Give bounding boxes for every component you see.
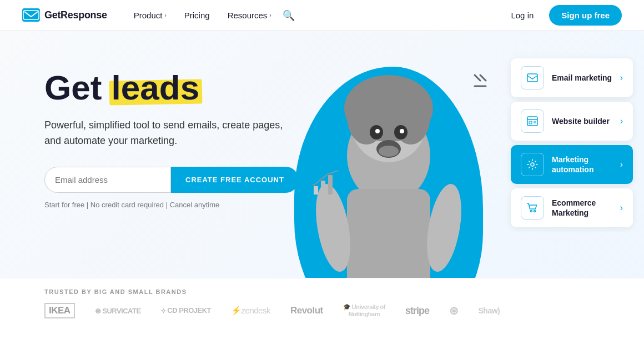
carrefour-logo: ⊛ [449, 304, 459, 317]
signup-button[interactable]: Sign up free [549, 5, 622, 26]
svg-rect-21 [314, 186, 318, 195]
decoration-dashes [444, 72, 489, 119]
website-builder-label: Website builder [552, 116, 610, 126]
logo-text: GetResponse [44, 9, 107, 21]
hero-headline: Get leads [44, 69, 299, 106]
svg-point-24 [313, 184, 315, 186]
hero-form: CREATE FREE ACCOUNT [44, 167, 299, 193]
nav-product-label: Product [134, 11, 163, 20]
gear-icon [526, 158, 539, 171]
nav-resources[interactable]: Resources › [221, 6, 278, 24]
feature-card-email[interactable]: Email marketing › [511, 58, 633, 97]
svg-rect-23 [328, 175, 333, 195]
nav-pricing-label: Pricing [184, 11, 210, 20]
marketing-automation-label: Marketing automation [552, 154, 612, 175]
svg-rect-27 [527, 74, 537, 82]
search-icon[interactable]: 🔍 [283, 9, 294, 21]
stripe-logo: stripe [405, 305, 429, 317]
cdprojekt-logo: ⟡ CD PROJEKT [161, 306, 211, 315]
svg-rect-7 [347, 189, 430, 289]
feature-cards: Email marketing › Website builder › [511, 58, 633, 227]
logo[interactable]: GetResponse [22, 8, 107, 22]
hero-section: Get leads Powerful, simplified tool to s… [0, 31, 644, 339]
survicate-logo: ⊛ SURVICATE [95, 307, 141, 315]
ecommerce-arrow: › [620, 203, 623, 213]
website-icon [526, 115, 539, 127]
headline-highlight-wrap: leads [112, 69, 200, 106]
svg-line-19 [480, 75, 486, 81]
marketing-automation-icon [521, 153, 544, 176]
email-marketing-icon [521, 66, 544, 89]
nav-pricing[interactable]: Pricing [178, 6, 217, 24]
nav-resources-label: Resources [228, 11, 268, 20]
website-builder-arrow: › [620, 116, 623, 126]
svg-point-17 [400, 129, 404, 133]
shaw-logo: Shaw) [479, 306, 500, 315]
marketing-automation-arrow: › [620, 159, 623, 170]
product-chevron-icon: › [164, 12, 166, 18]
trusted-label: TRUSTED BY BIG AND SMALL BRANDS [44, 288, 187, 295]
website-builder-icon [521, 109, 544, 133]
revolut-logo: Revolut [290, 305, 323, 316]
svg-point-26 [327, 173, 329, 175]
email-marketing-arrow: › [620, 73, 623, 83]
email-marketing-label: Email marketing [552, 73, 612, 83]
login-button[interactable]: Log in [504, 6, 540, 24]
chart-icon [311, 170, 339, 197]
logo-icon [22, 8, 40, 22]
feature-card-website[interactable]: Website builder › [511, 102, 633, 141]
ecommerce-icon [521, 196, 544, 220]
resources-chevron-icon: › [269, 12, 271, 18]
navbar: GetResponse Product › Pricing Resources … [0, 0, 644, 31]
svg-point-13 [379, 146, 399, 157]
hero-note: Start for free | No credit card required… [44, 201, 299, 209]
svg-rect-30 [529, 121, 532, 124]
ikea-logo: IKEA [44, 303, 75, 318]
svg-rect-22 [321, 181, 325, 195]
ecommerce-label: Ecommerce Marketing [552, 198, 612, 218]
feature-card-automation[interactable]: Marketing automation › [511, 145, 633, 184]
envelope-icon [526, 72, 539, 84]
feature-card-ecommerce[interactable]: Ecommerce Marketing › [511, 188, 633, 227]
headline-highlight: leads [112, 68, 200, 107]
cta-button[interactable]: CREATE FREE ACCOUNT [171, 167, 299, 193]
nav-product[interactable]: Product › [127, 6, 173, 24]
svg-point-16 [375, 129, 380, 133]
email-input[interactable] [44, 167, 171, 193]
headline-plain: Get [44, 68, 112, 107]
svg-point-33 [531, 163, 534, 166]
svg-point-35 [534, 211, 536, 212]
cart-icon [526, 202, 539, 214]
hero-content: Get leads Powerful, simplified tool to s… [44, 69, 299, 209]
hero-subheading: Powerful, simplified tool to send emails… [44, 118, 289, 149]
university-logo: 🎓 University ofNottingham [343, 303, 385, 318]
nav-right: Log in Sign up free [504, 5, 622, 26]
trusted-logos: IKEA ⊛ SURVICATE ⟡ CD PROJEKT ⚡zendesk R… [44, 303, 500, 318]
svg-point-34 [531, 211, 532, 212]
nav-links: Product › Pricing Resources › 🔍 [127, 6, 505, 24]
svg-line-18 [475, 75, 480, 81]
zendesk-logo: ⚡zendesk [231, 306, 270, 316]
chart-decoration [311, 170, 339, 200]
svg-point-25 [320, 178, 322, 181]
trusted-section: TRUSTED BY BIG AND SMALL BRANDS IKEA ⊛ S… [0, 278, 644, 339]
